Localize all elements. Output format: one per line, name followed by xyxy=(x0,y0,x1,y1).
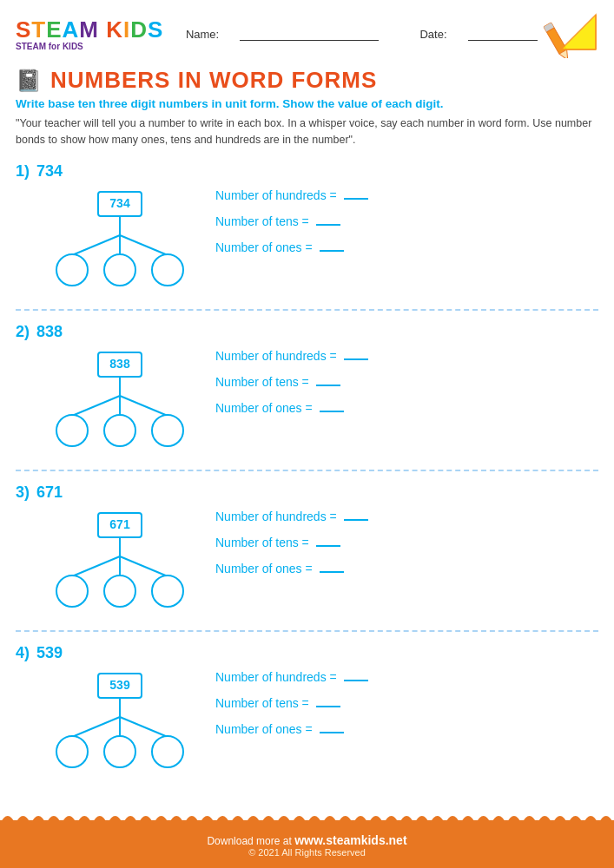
svg-text:671: 671 xyxy=(109,516,130,530)
footer-copyright: © 2021 All Rights Reserved xyxy=(207,847,406,858)
logo-subtitle: STEAM for KIDS xyxy=(16,42,83,51)
tens-line-4: Number of tens = xyxy=(215,696,598,710)
problem-3-right: Number of hundreds = Number of tens = Nu… xyxy=(215,483,598,575)
ones-line-2: Number of ones = xyxy=(215,401,598,415)
hundreds-line-4: Number of hundreds = xyxy=(215,670,598,684)
svg-point-41 xyxy=(104,736,135,767)
svg-point-33 xyxy=(152,575,183,607)
ruler-icon xyxy=(542,10,598,58)
problem-1-label: 1) 734 xyxy=(16,162,63,181)
hundreds-blank-2[interactable] xyxy=(344,358,368,360)
svg-point-23 xyxy=(104,415,135,446)
svg-line-39 xyxy=(120,717,168,737)
tens-line-1: Number of tens = xyxy=(215,214,598,228)
divider-2 xyxy=(16,470,598,471)
svg-line-37 xyxy=(72,717,120,737)
tens-blank-1[interactable] xyxy=(316,224,340,226)
ones-blank-2[interactable] xyxy=(320,411,344,412)
ones-line-4: Number of ones = xyxy=(215,722,598,736)
problem-4: 4) 539 539 Number of hundreds = Number o… xyxy=(0,637,614,786)
ones-blank-4[interactable] xyxy=(320,732,344,733)
notebook-icon: 📓 xyxy=(16,69,42,93)
svg-point-13 xyxy=(56,254,88,286)
ones-line-3: Number of ones = xyxy=(215,562,598,575)
svg-point-40 xyxy=(56,736,88,767)
svg-text:539: 539 xyxy=(109,677,130,691)
tens-line-2: Number of tens = xyxy=(215,375,598,389)
tens-blank-4[interactable] xyxy=(316,706,340,707)
tens-blank-2[interactable] xyxy=(316,385,340,386)
svg-point-24 xyxy=(152,415,183,446)
svg-line-30 xyxy=(120,556,168,576)
hundreds-line-3: Number of hundreds = xyxy=(215,510,598,523)
svg-point-15 xyxy=(152,254,183,286)
ones-line-1: Number of ones = xyxy=(215,240,598,254)
svg-point-22 xyxy=(56,415,88,446)
page-title: NUMBERS IN WORD FORMS xyxy=(50,67,377,94)
problem-4-right: Number of hundreds = Number of tens = Nu… xyxy=(215,644,598,736)
footer-download: Download more at www.steamkids.net xyxy=(207,833,406,847)
name-line xyxy=(240,28,379,41)
page-title-area: 📓 NUMBERS IN WORD FORMS xyxy=(0,63,614,95)
problem-3-tree: 671 xyxy=(33,509,207,621)
hundreds-blank-1[interactable] xyxy=(344,198,368,200)
hundreds-blank-4[interactable] xyxy=(344,680,368,681)
divider-3 xyxy=(16,630,598,632)
subtitle: Write base ten three digit numbers in un… xyxy=(0,95,614,114)
date-line xyxy=(468,28,538,41)
problem-4-label: 4) 539 xyxy=(16,644,63,662)
svg-line-19 xyxy=(72,396,120,416)
svg-point-14 xyxy=(104,254,135,286)
problem-2-label: 2) 838 xyxy=(16,323,63,341)
problem-3-label: 3) 671 xyxy=(16,483,63,502)
problem-2-left: 2) 838 838 xyxy=(16,323,207,461)
problem-1: 1) 734 734 Num xyxy=(0,155,614,304)
logo-text: STEAM KIDS xyxy=(16,18,163,41)
svg-text:838: 838 xyxy=(109,356,130,370)
hundreds-line-1: Number of hundreds = xyxy=(215,188,598,202)
hundreds-line-2: Number of hundreds = xyxy=(215,349,598,363)
name-date-area: Name: Date: xyxy=(163,28,542,41)
logo: STEAM KIDS STEAM for KIDS xyxy=(16,18,163,51)
problem-3-left: 3) 671 671 xyxy=(16,483,207,621)
problem-2-right: Number of hundreds = Number of tens = Nu… xyxy=(215,323,598,415)
svg-line-10 xyxy=(72,235,120,255)
problem-4-tree: 539 xyxy=(33,669,207,782)
tens-line-3: Number of tens = xyxy=(215,536,598,549)
svg-marker-4 xyxy=(561,15,596,49)
problem-1-tree: 734 xyxy=(33,187,207,300)
problem-2-tree: 838 xyxy=(33,348,207,461)
problem-1-left: 1) 734 734 xyxy=(16,162,207,300)
divider-1 xyxy=(16,309,598,311)
ones-blank-1[interactable] xyxy=(320,250,344,252)
svg-point-42 xyxy=(152,736,183,767)
problem-1-right: Number of hundreds = Number of tens = Nu… xyxy=(215,162,598,254)
ones-blank-3[interactable] xyxy=(320,571,344,573)
header: STEAM KIDS STEAM for KIDS Name: Date: xyxy=(0,0,614,63)
instructions: "Your teacher will tell you a number to … xyxy=(0,114,614,155)
footer: Download more at www.steamkids.net © 202… xyxy=(0,820,614,868)
tens-blank-3[interactable] xyxy=(316,545,340,547)
date-label: Date: xyxy=(419,28,446,41)
svg-point-31 xyxy=(56,575,88,607)
problem-2: 2) 838 838 Number of hundreds = Number o… xyxy=(0,316,614,464)
svg-text:734: 734 xyxy=(109,195,130,209)
svg-line-28 xyxy=(72,556,120,576)
name-label: Name: xyxy=(186,28,219,41)
problem-3: 3) 671 671 Number of hundreds = Number o… xyxy=(0,477,614,625)
hundreds-blank-3[interactable] xyxy=(344,519,368,521)
svg-line-12 xyxy=(120,235,168,255)
footer-url[interactable]: www.steamkids.net xyxy=(294,833,406,847)
svg-point-32 xyxy=(104,575,135,607)
svg-line-21 xyxy=(120,396,168,416)
problem-4-left: 4) 539 539 xyxy=(16,644,207,782)
